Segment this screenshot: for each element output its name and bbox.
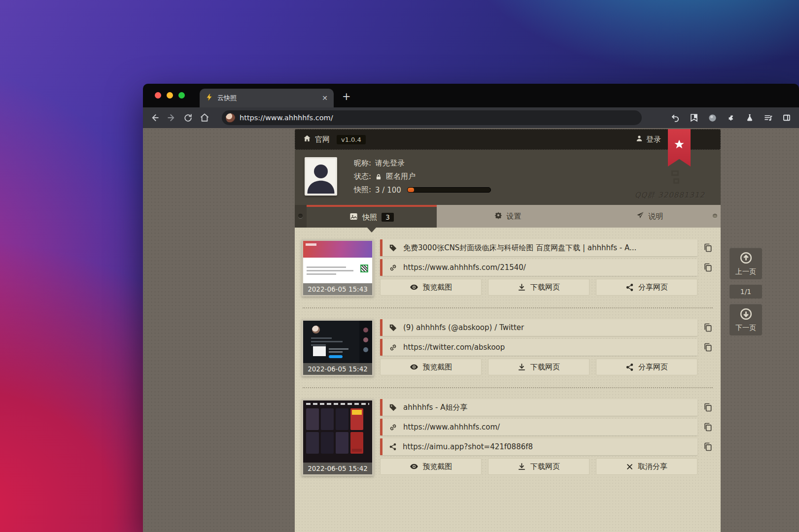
snapshot-title-bar: ahhhhfs - A姐分享: [380, 399, 697, 416]
page-background: 官网 v1.0.4 登录: [143, 128, 799, 532]
lock-icon: [375, 173, 382, 180]
download-label: 下载网页: [530, 462, 560, 471]
cancel-share-label: 取消分享: [638, 462, 667, 471]
minimize-window-button[interactable]: [167, 92, 173, 99]
link-icon: [389, 423, 397, 432]
copy-icon[interactable]: [703, 442, 714, 452]
row-divider: [303, 307, 713, 308]
new-tab-button[interactable]: +: [342, 92, 351, 102]
link-icon: [389, 343, 397, 352]
download-page-button[interactable]: 下载网页: [488, 458, 590, 475]
toolbar-extensions: [671, 107, 799, 128]
tab-settings[interactable]: 设置: [437, 205, 579, 228]
link-icon: [389, 264, 397, 272]
user-info-panel: 昵称: 请先登录 状态: 匿名用户 快照: 3 / 100: [295, 150, 721, 205]
undo-icon[interactable]: [671, 113, 680, 123]
playlist-icon[interactable]: [764, 113, 773, 123]
download-page-button[interactable]: 下载网页: [488, 279, 590, 296]
tab-help[interactable]: 说明: [579, 205, 721, 228]
copy-icon[interactable]: [703, 243, 714, 253]
copy-icon[interactable]: [703, 323, 714, 332]
tab-close-icon[interactable]: ✕: [322, 94, 328, 102]
copy-icon[interactable]: [703, 402, 714, 412]
reload-icon[interactable]: [183, 113, 193, 123]
share-label: 分享网页: [638, 363, 668, 372]
tab-help-label: 说明: [649, 212, 663, 221]
share-page-button[interactable]: 分享网页: [596, 359, 697, 375]
tab-snapshots[interactable]: 快照 3: [307, 205, 437, 228]
url-text: https://www.ahhhhfs.com/: [240, 114, 333, 122]
row-divider: [303, 387, 713, 388]
snapshot-share-url-bar[interactable]: https://aimu.app?shot=421f0886f8: [380, 438, 697, 455]
snapshot-count-badge: 3: [382, 213, 394, 222]
eye-icon: [410, 363, 418, 371]
pagination: 上一页 1/1 下一页: [730, 248, 762, 335]
prev-page-button[interactable]: 上一页: [730, 248, 762, 279]
snapshot-row: 2022-06-05 15:42 ahhhhfs - A姐分享: [302, 399, 714, 476]
share-page-button[interactable]: 分享网页: [596, 279, 697, 296]
sidebar-icon[interactable]: [782, 113, 791, 122]
official-site-label: 官网: [315, 135, 330, 144]
app-panel: 官网 v1.0.4 登录: [295, 129, 721, 532]
puzzle-icon[interactable]: [727, 113, 736, 123]
snapshot-thumbnail[interactable]: 2022-06-05 15:43: [302, 239, 374, 297]
prev-page-label: 上一页: [735, 267, 756, 276]
nickname-label: 昵称:: [354, 159, 371, 168]
home-icon[interactable]: [200, 113, 209, 123]
share-icon: [625, 283, 634, 292]
copy-icon[interactable]: [703, 422, 714, 432]
tab-bar-rivet: [713, 214, 717, 218]
address-bar[interactable]: https://www.ahhhhfs.com/: [222, 110, 642, 125]
preview-screenshot-button[interactable]: 预览截图: [380, 359, 482, 375]
preview-screenshot-button[interactable]: 预览截图: [380, 279, 482, 296]
flask-icon[interactable]: [745, 113, 754, 122]
snapshot-list: 2022-06-05 15:43 免费3000张CNS封面级临床与科研绘图 百度…: [295, 228, 721, 532]
quota-value: 3 / 100: [375, 186, 401, 195]
site-favicon: [226, 113, 235, 123]
snapshot-url: https://twitter.com/abskoop: [403, 343, 505, 352]
preview-label: 预览截图: [423, 462, 452, 471]
snapshot-thumbnail[interactable]: 2022-06-05 15:42: [302, 319, 374, 376]
share-icon: [625, 363, 634, 371]
snapshot-title: 免费3000张CNS封面级临床与科研绘图 百度网盘下载 | ahhhhfs - …: [403, 243, 636, 253]
eye-icon: [410, 283, 418, 292]
copy-icon[interactable]: [703, 263, 714, 272]
login-label: 登录: [646, 135, 661, 144]
snapshot-url: https://www.ahhhhfs.com/: [403, 423, 500, 432]
snapshot-url-bar[interactable]: https://www.ahhhhfs.com/21540/: [380, 259, 697, 276]
snapshot-timestamp: 2022-06-05 15:43: [303, 283, 372, 295]
tab-snapshots-label: 快照: [362, 213, 377, 222]
browser-tab[interactable]: 云快照 ✕: [200, 89, 334, 107]
login-button[interactable]: 登录: [636, 135, 661, 144]
zoom-window-button[interactable]: [178, 92, 185, 99]
quota-label: 快照:: [354, 185, 371, 195]
preview-screenshot-button[interactable]: 预览截图: [380, 458, 482, 475]
snapshot-url-bar[interactable]: https://www.ahhhhfs.com/: [380, 419, 697, 435]
snapshot-url-bar[interactable]: https://twitter.com/abskoop: [380, 339, 697, 356]
forward-icon[interactable]: [167, 113, 176, 123]
quota-progress-fill: [408, 188, 414, 192]
copy-icon[interactable]: [703, 342, 714, 352]
official-site-link[interactable]: 官网: [303, 134, 330, 144]
eye-icon: [410, 462, 418, 471]
cancel-share-button[interactable]: 取消分享: [596, 458, 697, 475]
browser-toolbar: https://www.ahhhhfs.com/: [143, 107, 799, 128]
status-value: 匿名用户: [386, 172, 416, 181]
next-page-button[interactable]: 下一页: [730, 304, 762, 335]
snapshot-title-bar: (9) ahhhhfs (@abskoop) / Twitter: [380, 319, 697, 336]
reading-list-icon[interactable]: [690, 113, 698, 122]
nickname-value: 请先登录: [375, 159, 405, 168]
snapshot-title-bar: 免费3000张CNS封面级临床与科研绘图 百度网盘下载 | ahhhhfs - …: [380, 239, 697, 256]
close-window-button[interactable]: [155, 92, 161, 99]
thumbnail-art: [303, 241, 372, 258]
snapshot-url: https://www.ahhhhfs.com/21540/: [403, 263, 526, 272]
tab-title: 云快照: [217, 94, 317, 102]
status-label: 状态:: [354, 172, 371, 181]
download-label: 下载网页: [530, 283, 560, 292]
download-icon: [518, 463, 526, 471]
desktop-wallpaper: 云快照 ✕ + https://www.ahhhhfs.com/: [0, 0, 799, 532]
download-page-button[interactable]: 下载网页: [488, 359, 590, 375]
snapshot-thumbnail[interactable]: 2022-06-05 15:42: [302, 399, 374, 476]
back-icon[interactable]: [150, 113, 160, 123]
profile-icon[interactable]: [708, 113, 717, 123]
